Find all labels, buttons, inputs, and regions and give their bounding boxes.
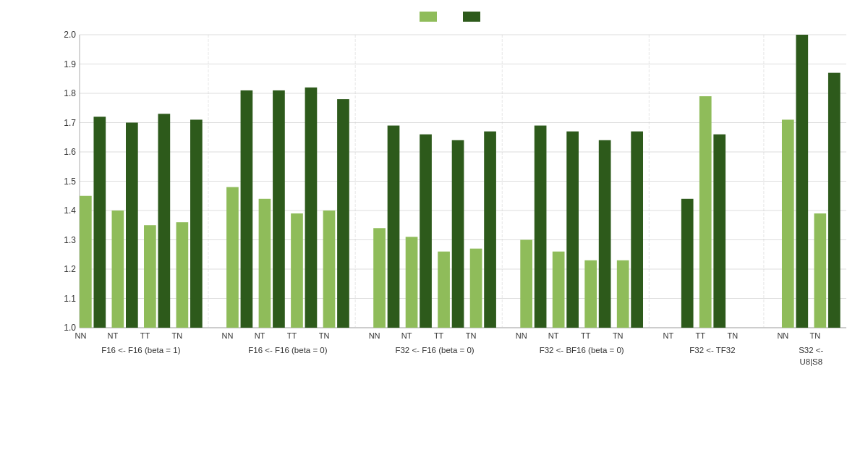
- svg-text:1.9: 1.9: [64, 59, 76, 69]
- svg-text:NT: NT: [663, 331, 673, 340]
- svg-rect-34: [190, 119, 203, 328]
- svg-rect-69: [553, 252, 565, 328]
- svg-text:2.0: 2.0: [64, 30, 76, 40]
- chart-svg: 1.01.11.21.31.41.51.61.71.81.92.0NNNTTTT…: [51, 27, 854, 382]
- svg-text:TN: TN: [172, 331, 183, 340]
- chart-area: 1.01.11.21.31.41.51.61.71.81.92.0NNNTTTT…: [51, 27, 854, 382]
- svg-rect-83: [713, 135, 726, 328]
- svg-text:NN: NN: [222, 331, 234, 340]
- svg-text:TT: TT: [140, 331, 150, 340]
- svg-rect-42: [273, 90, 285, 328]
- svg-text:1.3: 1.3: [64, 235, 76, 245]
- svg-text:TN: TN: [466, 331, 477, 340]
- svg-rect-55: [406, 237, 418, 328]
- svg-rect-30: [144, 225, 156, 328]
- svg-rect-70: [566, 132, 579, 328]
- svg-rect-53: [388, 126, 400, 328]
- chart-container: 1.01.11.21.31.41.51.61.71.81.92.0NNNTTTT…: [0, 0, 868, 476]
- svg-text:1.1: 1.1: [64, 294, 76, 304]
- legend-item-dark: [463, 12, 485, 22]
- legend: [51, 12, 854, 22]
- svg-text:NN: NN: [75, 331, 86, 340]
- svg-text:1.6: 1.6: [64, 147, 76, 157]
- svg-text:TT: TT: [696, 331, 706, 340]
- svg-text:1.5: 1.5: [64, 177, 76, 187]
- svg-text:NN: NN: [369, 331, 380, 340]
- svg-rect-88: [782, 119, 794, 328]
- svg-rect-47: [323, 211, 336, 328]
- svg-text:1.7: 1.7: [64, 118, 76, 128]
- svg-text:F32 <- TF32: F32 <- TF32: [689, 346, 735, 354]
- svg-rect-38: [226, 187, 239, 328]
- svg-rect-75: [617, 260, 629, 328]
- svg-rect-33: [176, 222, 189, 328]
- svg-rect-91: [814, 213, 826, 328]
- svg-text:TT: TT: [287, 331, 297, 340]
- svg-text:U8|S8: U8|S8: [799, 357, 822, 366]
- legend-swatch-dark: [463, 12, 480, 22]
- svg-text:NT: NT: [548, 331, 559, 340]
- svg-rect-66: [520, 240, 532, 328]
- svg-text:1.4: 1.4: [64, 205, 76, 216]
- svg-rect-58: [438, 252, 450, 328]
- svg-rect-76: [631, 132, 643, 328]
- svg-text:NN: NN: [777, 331, 788, 340]
- svg-rect-62: [484, 132, 496, 328]
- svg-text:1.2: 1.2: [64, 264, 76, 274]
- svg-rect-56: [420, 135, 432, 328]
- svg-text:TN: TN: [810, 331, 821, 340]
- svg-text:TT: TT: [434, 331, 444, 340]
- svg-rect-92: [828, 73, 841, 328]
- svg-rect-25: [93, 116, 106, 328]
- svg-rect-82: [699, 96, 712, 328]
- svg-rect-44: [291, 213, 303, 328]
- svg-rect-24: [80, 196, 92, 328]
- svg-text:NT: NT: [108, 331, 119, 340]
- svg-text:1.8: 1.8: [64, 88, 76, 98]
- legend-item-light: [420, 12, 441, 22]
- svg-text:F32 <- BF16 (beta = 0): F32 <- BF16 (beta = 0): [540, 346, 624, 354]
- svg-rect-59: [452, 140, 464, 328]
- svg-rect-45: [305, 88, 318, 328]
- svg-text:S32 <-: S32 <-: [799, 346, 823, 354]
- svg-text:NT: NT: [255, 331, 265, 340]
- svg-rect-41: [259, 199, 271, 328]
- svg-text:F16 <- F16 (beta = 0): F16 <- F16 (beta = 0): [248, 346, 327, 354]
- svg-rect-72: [584, 260, 597, 328]
- svg-text:NN: NN: [516, 331, 527, 340]
- svg-rect-28: [126, 123, 138, 328]
- svg-rect-52: [373, 228, 386, 328]
- svg-text:TN: TN: [613, 331, 624, 340]
- svg-rect-61: [470, 249, 482, 328]
- svg-text:TT: TT: [581, 331, 591, 340]
- svg-text:NT: NT: [401, 331, 412, 340]
- svg-text:TN: TN: [727, 331, 738, 340]
- svg-rect-27: [112, 211, 124, 328]
- svg-rect-39: [241, 90, 253, 328]
- svg-rect-89: [796, 35, 808, 328]
- legend-swatch-light: [420, 12, 437, 22]
- svg-rect-73: [599, 140, 611, 328]
- svg-text:TN: TN: [319, 331, 330, 340]
- svg-rect-31: [158, 114, 171, 328]
- svg-rect-48: [337, 99, 349, 328]
- svg-rect-67: [535, 126, 547, 328]
- svg-text:F32 <- F16 (beta = 0): F32 <- F16 (beta = 0): [395, 346, 474, 354]
- svg-text:F16 <- F16 (beta = 1): F16 <- F16 (beta = 1): [101, 346, 180, 354]
- svg-rect-80: [681, 199, 694, 328]
